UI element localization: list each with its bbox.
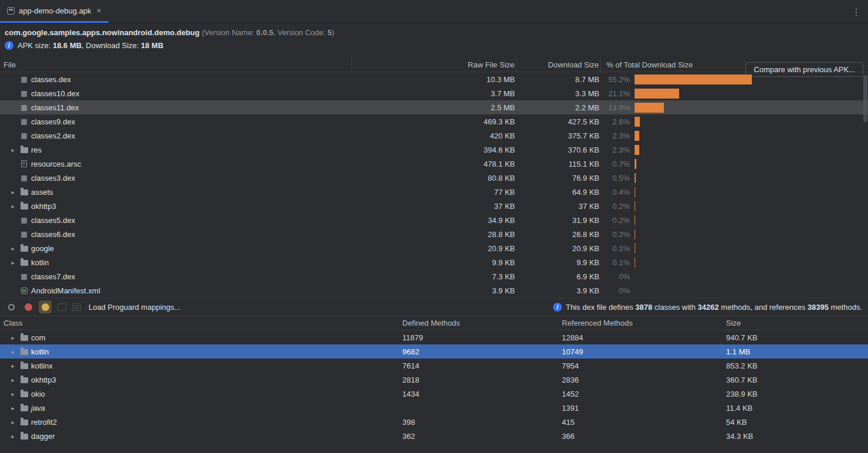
chevron-right-icon[interactable]: ▸ <box>7 259 19 266</box>
folder-icon <box>19 259 29 266</box>
file-row[interactable]: ▸google 20.9 KB 20.9 KB 0.1% <box>0 241 868 255</box>
download-pct-bar <box>635 103 664 113</box>
defined-methods-cell: 398 <box>399 418 558 427</box>
column-header-file[interactable]: File <box>0 58 352 72</box>
column-header-class[interactable]: Class <box>0 319 399 327</box>
file-row[interactable]: ▦classes2.dex 420 KB 375.7 KB 2.3% <box>0 129 868 143</box>
package-icon <box>19 348 29 355</box>
column-header-size[interactable]: Size <box>723 319 868 327</box>
class-row[interactable]: ▸dagger 362 366 34.3 KB <box>0 429 868 443</box>
raw-size-cell: 3.9 KB <box>352 286 516 295</box>
download-pct-bar <box>635 187 635 197</box>
size-cell: 54 KB <box>723 418 868 427</box>
defined-methods-cell: 9682 <box>399 347 558 356</box>
size-cell: 360.7 KB <box>723 376 868 384</box>
package-icon <box>19 362 29 369</box>
size-cell: 1.1 MB <box>723 347 868 356</box>
folder-icon <box>19 188 29 195</box>
chevron-right-icon[interactable]: ▸ <box>7 147 19 153</box>
chevron-right-icon[interactable]: ▸ <box>7 433 19 440</box>
show-referenced-toggle-icon[interactable] <box>39 300 52 313</box>
folder-icon <box>19 146 29 153</box>
package-icon <box>19 390 29 397</box>
file-row-selected[interactable]: ▦classes11.dex 2.5 MB 2.2 MB 13.9% <box>0 100 868 114</box>
download-size-cell: 8.7 MB <box>516 75 601 84</box>
file-row[interactable]: ▦classes10.dex 3.7 MB 3.3 MB 21.1% <box>0 86 868 100</box>
file-row[interactable]: ▸kotlin 9.9 KB 9.9 KB 0.1% <box>0 255 868 269</box>
download-pct-bar <box>635 215 635 225</box>
file-table-rows: ▦classes.dex 10.3 MB 8.7 MB 55.2% ▦class… <box>0 72 868 298</box>
version-open: (Version Name: <box>199 28 256 37</box>
download-size-cell: 115.1 KB <box>516 160 601 168</box>
file-row[interactable]: ▦classes6.dex 28.8 KB 26.8 KB 0.2% <box>0 227 868 241</box>
vertical-scrollbar-thumb[interactable] <box>863 75 867 122</box>
file-row[interactable]: ▸res 394.6 KB 370.6 KB 2.3% <box>0 143 868 157</box>
pct-cell: 0.2% <box>601 202 630 211</box>
chevron-right-icon[interactable]: ▸ <box>7 377 19 383</box>
download-size-cell: 427.5 KB <box>516 117 601 126</box>
dex-file-icon: ▦ <box>19 174 29 181</box>
more-options-icon[interactable]: ⋮ <box>852 0 861 23</box>
referenced-methods-cell: 415 <box>558 418 723 427</box>
package-icon <box>19 376 29 383</box>
download-size-cell: 9.9 KB <box>516 258 601 267</box>
chevron-right-icon[interactable]: ▸ <box>7 189 19 195</box>
class-row[interactable]: ▸okhttp3 2818 2836 360.7 KB <box>0 373 868 387</box>
column-header-download-size[interactable]: Download Size <box>516 58 601 72</box>
download-pct-bar <box>635 201 635 211</box>
raw-size-cell: 420 KB <box>352 131 516 140</box>
close-icon[interactable]: × <box>97 6 101 15</box>
chevron-right-icon[interactable]: ▸ <box>7 363 19 369</box>
file-row[interactable]: ▦classes5.dex 34.9 KB 31.9 KB 0.2% <box>0 213 868 227</box>
file-row[interactable]: ▦classes9.dex 469.3 KB 427.5 KB 2.6% <box>0 114 868 129</box>
download-size-cell: 3.3 MB <box>516 89 601 98</box>
file-row[interactable]: ▦classes.dex 10.3 MB 8.7 MB 55.2% <box>0 72 868 86</box>
download-size-cell: 2.2 MB <box>516 103 601 112</box>
pct-cell: 0.2% <box>601 230 630 239</box>
file-row[interactable]: MAndroidManifest.xml 3.9 KB 3.9 KB 0% <box>0 283 868 298</box>
chevron-right-icon[interactable]: ▸ <box>7 391 19 397</box>
dex-info-line: i This dex file defines 3878 classes wit… <box>553 303 862 312</box>
chevron-right-icon[interactable]: ▸ <box>7 334 19 341</box>
version-code-label: , Version Code: <box>273 28 328 37</box>
download-pct-bar <box>635 159 636 169</box>
class-row[interactable]: ▸java 1391 11.4 KB <box>0 401 868 415</box>
load-proguard-mappings-link[interactable]: Load Proguard mappings... <box>89 303 181 312</box>
chevron-right-icon[interactable]: ▸ <box>7 419 19 425</box>
raw-size-cell: 37 KB <box>352 202 516 211</box>
version-name: 0.0.5 <box>256 28 273 37</box>
raw-size-cell: 394.6 KB <box>352 146 516 154</box>
file-row[interactable]: ▦classes7.dex 7.3 KB 6.9 KB 0% <box>0 269 868 283</box>
raw-size-cell: 9.9 KB <box>352 258 516 267</box>
apply-mappings-icon[interactable] <box>72 303 81 311</box>
raw-size-cell: 10.3 MB <box>352 75 516 84</box>
file-row[interactable]: ▦classes3.dex 80.8 KB 76.9 KB 0.5% <box>0 171 868 185</box>
tab-apk-analyzer[interactable]: app-demo-debug.apk × <box>0 0 108 23</box>
show-methods-toggle-icon[interactable] <box>22 300 35 313</box>
size-cell: 940.7 KB <box>723 333 868 342</box>
file-row[interactable]: ▸assets 77 KB 64.9 KB 0.4% <box>0 185 868 199</box>
class-row[interactable]: ▸retrofit2 398 415 54 KB <box>0 415 868 429</box>
class-row-selected[interactable]: ▸kotlin 9682 10749 1.1 MB <box>0 344 868 359</box>
column-header-referenced-methods[interactable]: Referenced Methods <box>558 319 723 327</box>
pct-cell: 0% <box>601 286 630 295</box>
class-row[interactable]: ▸kotlinx 7614 7954 853.2 KB <box>0 359 868 373</box>
class-row[interactable]: ▸com 11879 12884 940.7 KB <box>0 330 868 344</box>
chevron-right-icon[interactable]: ▸ <box>7 245 19 252</box>
defined-methods-cell: 362 <box>399 432 558 441</box>
file-row[interactable]: resources.arsc 478.1 KB 115.1 KB 0.7% <box>0 157 868 171</box>
chevron-right-icon[interactable]: ▸ <box>7 405 19 411</box>
show-fields-toggle-icon[interactable] <box>5 300 18 313</box>
load-mappings-icon[interactable] <box>57 303 66 311</box>
class-row[interactable]: ▸okio 1434 1452 238.9 KB <box>0 387 868 401</box>
pct-cell: 13.9% <box>601 103 630 112</box>
apk-size-line: i APK size: 18.6 MB, Download Size: 18 M… <box>0 38 868 51</box>
tab-label: app-demo-debug.apk <box>19 6 91 15</box>
chevron-right-icon[interactable]: ▸ <box>7 203 19 209</box>
file-row[interactable]: ▸okhttp3 37 KB 37 KB 0.2% <box>0 199 868 213</box>
column-header-defined-methods[interactable]: Defined Methods <box>399 319 558 327</box>
column-header-raw-size[interactable]: Raw File Size <box>352 58 516 72</box>
chevron-right-icon[interactable]: ▸ <box>7 349 19 355</box>
referenced-methods-cell: 7954 <box>558 361 723 370</box>
dex-viewer-toolbar: Load Proguard mappings... i This dex fil… <box>0 298 868 316</box>
